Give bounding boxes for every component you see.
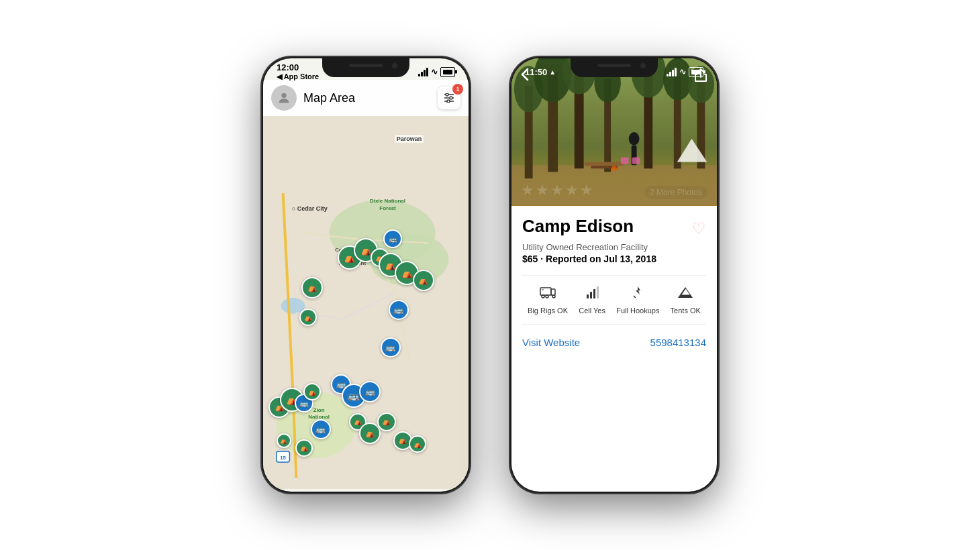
map-view[interactable]: 15 Parowan ○ Cedar City Dixie NationalFo… xyxy=(263,116,469,489)
svg-point-4 xyxy=(446,93,448,96)
amenity-tents: Tents OK xyxy=(671,285,701,315)
camp-info: Camp Edison ♡ Utility Owned Recreation F… xyxy=(511,206,717,351)
amenity-big-rigs: Big Rigs OK xyxy=(528,285,568,315)
hookups-label: Full Hookups xyxy=(616,307,659,315)
camp-photo[interactable]: ★★★★★ 2 More Photos xyxy=(511,58,717,206)
signal-icon-2 xyxy=(667,68,677,76)
marker-cluster-6[interactable]: ⛺ xyxy=(413,270,434,291)
status-icons-1: ∿ xyxy=(418,67,455,77)
status-time-2: 11:50 xyxy=(525,67,547,77)
amenity-cell: Cell Yes xyxy=(579,285,605,315)
svg-point-32 xyxy=(629,132,640,146)
filter-badge: 1 xyxy=(452,84,463,95)
svg-point-6 xyxy=(447,100,450,103)
svg-point-35 xyxy=(611,166,617,171)
big-rigs-label: Big Rigs OK xyxy=(528,307,568,315)
status-time-1: 12:00 xyxy=(277,62,319,72)
marker-solo-1[interactable]: ⛺ xyxy=(301,277,323,298)
map-search-text[interactable]: Map Area xyxy=(303,91,431,105)
phone-map: 12:00 ◀ App Store ∿ xyxy=(262,57,470,493)
battery-icon-2 xyxy=(689,67,703,77)
tents-icon xyxy=(677,285,693,302)
camera-2 xyxy=(640,63,646,68)
marker-green-bl-5[interactable]: ⛺ xyxy=(295,439,313,457)
svg-rect-30 xyxy=(585,162,624,166)
camp-title-row: Camp Edison ♡ xyxy=(522,217,706,238)
svg-point-40 xyxy=(542,295,544,298)
svg-point-41 xyxy=(546,295,548,298)
amenity-hookups: Full Hookups xyxy=(616,285,659,315)
camp-type: Utility Owned Recreation Facility xyxy=(522,242,706,252)
wifi-icon: ∿ xyxy=(431,67,438,76)
svg-rect-39 xyxy=(551,289,555,295)
back-link[interactable]: ◀ App Store xyxy=(277,72,319,81)
marker-rv-zion[interactable]: 🚌 xyxy=(311,419,331,439)
marker-rv-1[interactable]: 🚌 xyxy=(383,229,402,248)
camp-links: Visit Website 5598413134 xyxy=(522,334,706,351)
svg-rect-47 xyxy=(597,286,599,298)
amenities-row: Big Rigs OK Cell Yes xyxy=(522,275,706,325)
svg-rect-44 xyxy=(587,294,589,298)
marker-rv-cluster[interactable]: 🚌 xyxy=(359,381,381,402)
filter-button[interactable]: 1 xyxy=(438,87,460,109)
battery-icon-1 xyxy=(440,67,455,77)
camp-price: $65 · Reported on Jul 13, 2018 xyxy=(522,254,706,264)
cell-label: Cell Yes xyxy=(579,307,605,315)
map-markers: ⛺ ⛺ ⛺ ⛺ ⛺ ⛺ 🚌 ⛺ ⛺ 🚌 🚌 🚌 🚌 🚌 xyxy=(263,116,469,489)
camera-1 xyxy=(392,63,397,68)
svg-point-5 xyxy=(450,97,452,99)
marker-rv-3[interactable]: 🚌 xyxy=(381,337,401,358)
location-arrow-2: ▲ xyxy=(549,68,556,76)
filter-icon xyxy=(444,93,454,103)
notch-2 xyxy=(571,58,658,77)
svg-rect-37 xyxy=(632,158,640,164)
marker-solo-2[interactable]: ⛺ xyxy=(299,309,317,326)
speaker-1 xyxy=(349,64,383,67)
tents-label: Tents OK xyxy=(671,307,701,315)
favorite-button[interactable]: ♡ xyxy=(691,219,706,238)
svg-point-0 xyxy=(281,93,286,98)
marker-green-bc-3[interactable]: ⛺ xyxy=(377,412,396,431)
user-avatar[interactable] xyxy=(271,85,297,111)
svg-line-48 xyxy=(634,296,636,298)
svg-rect-46 xyxy=(593,289,595,298)
marker-green-bc-5[interactable]: ⛺ xyxy=(409,435,426,453)
avatar-icon xyxy=(277,91,291,105)
hookups-icon xyxy=(630,285,645,302)
wifi-icon-2: ∿ xyxy=(679,67,686,76)
phone-number[interactable]: 5598413134 xyxy=(650,337,706,348)
svg-rect-38 xyxy=(540,288,551,295)
marker-green-bl-4[interactable]: ⛺ xyxy=(277,433,291,448)
map-header: Map Area 1 xyxy=(263,80,469,116)
camp-name: Camp Edison xyxy=(522,217,634,236)
status-icons-2: ∿ xyxy=(667,67,703,77)
big-rigs-icon xyxy=(540,285,556,302)
forest-scene xyxy=(511,58,717,206)
svg-rect-29 xyxy=(511,59,717,205)
speaker-2 xyxy=(597,64,631,67)
marker-rv-2[interactable]: 🚌 xyxy=(389,300,409,320)
cell-icon xyxy=(585,285,599,302)
notch-1 xyxy=(322,58,409,77)
svg-point-42 xyxy=(552,295,555,298)
svg-rect-36 xyxy=(621,158,629,164)
marker-green-bl-3[interactable]: ⛺ xyxy=(303,383,321,400)
signal-icon xyxy=(418,68,428,76)
visit-website-link[interactable]: Visit Website xyxy=(522,337,580,348)
svg-rect-45 xyxy=(590,292,592,298)
phone-detail: 11:50 ▲ ∿ xyxy=(510,57,718,493)
